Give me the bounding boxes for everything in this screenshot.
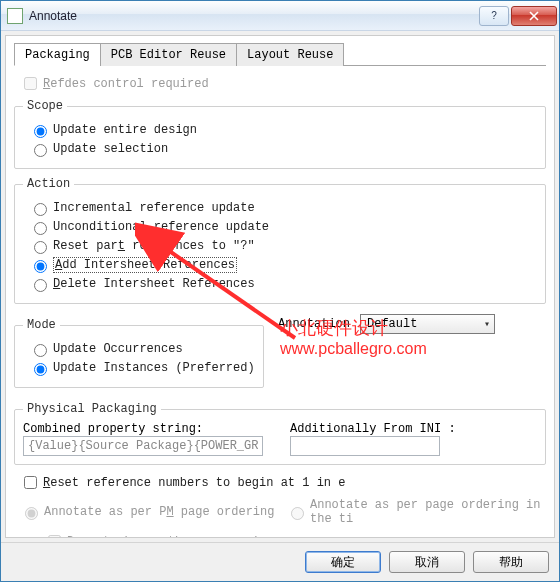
help-button-titlebar[interactable]: ? — [479, 6, 509, 26]
action-incremental[interactable]: Incremental reference update — [29, 200, 537, 216]
no-change-page-checkbox: Do not change the page number — [44, 532, 546, 538]
scope-group: Scope Update entire design Update select… — [14, 99, 546, 169]
titlebar: Annotate ? — [1, 1, 559, 31]
ok-button[interactable]: 确定 — [305, 551, 381, 573]
help-button[interactable]: 帮助 — [473, 551, 549, 573]
annotate-page-ordering: Annotate as per page ordering in the ti — [286, 498, 546, 526]
close-button[interactable] — [511, 6, 557, 26]
additionally-input[interactable] — [290, 436, 440, 456]
client-area: Packaging PCB Editor Reuse Layout Reuse … — [5, 35, 555, 538]
action-delete-intersheet[interactable]: Delete Intersheet References — [29, 276, 537, 292]
annotate-page-input — [291, 507, 304, 520]
mode-update-instances-input[interactable] — [34, 363, 47, 376]
refdes-control-checkbox: Refdes control required — [20, 74, 546, 93]
physical-legend: Physical Packaging — [23, 402, 161, 416]
scope-update-entire[interactable]: Update entire design — [29, 122, 537, 138]
mode-group: Mode Update Occurrences Update Instances… — [14, 318, 264, 388]
physical-packaging-group: Physical Packaging Combined property str… — [14, 402, 546, 465]
action-legend: Action — [23, 177, 74, 191]
action-reset[interactable]: Reset part references to "?" — [29, 238, 537, 254]
reset-reference-checkbox[interactable]: Reset reference numbers to begin at 1 in… — [20, 473, 546, 492]
action-unconditional-input[interactable] — [34, 222, 47, 235]
annotation-value: Default — [367, 317, 417, 331]
additionally-label: Additionally From INI : — [290, 422, 537, 436]
scope-legend: Scope — [23, 99, 67, 113]
no-change-page-input — [48, 535, 61, 538]
action-reset-input[interactable] — [34, 241, 47, 254]
mode-update-occurrences-input[interactable] — [34, 344, 47, 357]
window-title: Annotate — [29, 9, 77, 23]
mode-update-occurrences[interactable]: Update Occurrences — [29, 341, 255, 357]
tab-layout-reuse[interactable]: Layout Reuse — [236, 43, 344, 66]
annotation-combo[interactable]: Default ▾ — [360, 314, 495, 334]
tab-pcb-editor-reuse[interactable]: PCB Editor Reuse — [100, 43, 237, 66]
tab-bar: Packaging PCB Editor Reuse Layout Reuse — [14, 42, 546, 66]
annotate-window: Annotate ? Packaging PCB Editor Reuse La… — [0, 0, 560, 582]
scope-update-entire-input[interactable] — [34, 125, 47, 138]
action-incremental-input[interactable] — [34, 203, 47, 216]
close-icon — [529, 11, 539, 21]
scope-update-selection-input[interactable] — [34, 144, 47, 157]
action-group: Action Incremental reference update Unco… — [14, 177, 546, 304]
mode-update-instances[interactable]: Update Instances (Preferred) — [29, 360, 255, 376]
annotation-label: Annotation — [278, 317, 350, 331]
app-icon — [7, 8, 23, 24]
annotate-pm-input — [25, 507, 38, 520]
action-add-intersheet[interactable]: Add Intersheet References — [29, 257, 537, 273]
tab-packaging[interactable]: Packaging — [14, 43, 101, 66]
action-delete-intersheet-input[interactable] — [34, 279, 47, 292]
combined-property-input[interactable] — [23, 436, 263, 456]
cancel-button[interactable]: 取消 — [389, 551, 465, 573]
chevron-down-icon: ▾ — [484, 318, 490, 330]
refdes-control-input — [24, 77, 37, 90]
reset-reference-input[interactable] — [24, 476, 37, 489]
action-unconditional[interactable]: Unconditional reference update — [29, 219, 537, 235]
combined-property-label: Combined property string: — [23, 422, 270, 436]
action-add-intersheet-input[interactable] — [34, 260, 47, 273]
scope-update-selection[interactable]: Update selection — [29, 141, 537, 157]
annotate-pm-ordering: Annotate as per PM page ordering — [20, 498, 280, 526]
button-bar: 确定 取消 帮助 — [1, 542, 559, 581]
mode-legend: Mode — [23, 318, 60, 332]
